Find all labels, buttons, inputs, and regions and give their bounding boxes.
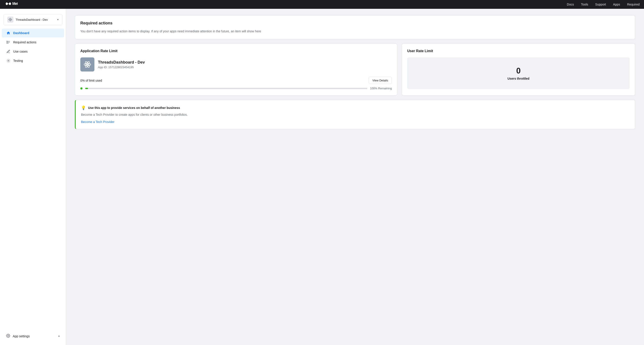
app-selector-chevron-icon: ▾ [57, 18, 58, 21]
page-layout: ThreadsDashboard - Dev ▾ Dashboard [0, 9, 644, 345]
home-icon [6, 31, 10, 35]
sidebar-item-testing-label: Testing [13, 59, 23, 62]
app-info-row: ThreadsDashboard - Dev App ID: 157122802… [80, 58, 392, 72]
nav-required[interactable]: Required [627, 3, 640, 6]
sidebar-item-dashboard[interactable]: Dashboard [2, 28, 64, 38]
required-actions-card: Required actions You don't have any requ… [75, 16, 635, 39]
gear-icon [6, 334, 10, 338]
required-actions-title: Required actions [80, 21, 630, 26]
nav-support[interactable]: Support [595, 3, 606, 6]
sidebar-bottom: App settings ▾ [0, 332, 66, 340]
top-navigation: Meta Docs Tools Support Apps Required [0, 0, 644, 9]
required-actions-body: You don't have any required action items… [80, 29, 630, 34]
become-tech-provider-link[interactable]: Become a Tech Provider [81, 120, 114, 124]
sidebar-item-app-settings-label: App settings [13, 334, 30, 338]
sidebar-item-required-actions-label: Required actions [13, 40, 36, 44]
sidebar-item-use-cases[interactable]: Use cases [2, 47, 64, 56]
nav-apps[interactable]: Apps [613, 3, 620, 6]
progress-bar [85, 88, 367, 89]
progress-dot [80, 87, 82, 90]
svg-point-9 [8, 335, 9, 336]
sidebar-item-use-cases-label: Use cases [13, 50, 28, 53]
app-selector[interactable]: ThreadsDashboard - Dev ▾ [4, 14, 62, 25]
svg-point-10 [86, 64, 88, 65]
svg-point-1 [10, 19, 11, 20]
tech-provider-card: 💡 Use this app to provide services on be… [75, 100, 635, 129]
app-selector-name: ThreadsDashboard - Dev [16, 18, 55, 21]
top-nav-links: Docs Tools Support Apps Required [567, 3, 640, 6]
user-rate-limit-card: User Rate Limit 0 Users throttled [402, 44, 635, 96]
svg-point-8 [8, 60, 9, 62]
sidebar-item-required-actions[interactable]: Required actions [2, 38, 64, 47]
progress-bar-fill [85, 88, 88, 89]
tech-provider-description: Become a Tech Provider to create apps fo… [81, 112, 630, 117]
throttled-count: 0 [516, 66, 521, 76]
sidebar-item-testing[interactable]: Testing [2, 56, 64, 65]
app-id: App ID: 1571228023454195 [98, 66, 145, 69]
app-selector-icon [7, 16, 14, 23]
bulb-icon: 💡 [81, 106, 86, 110]
app-settings-chevron-icon: ▾ [58, 335, 60, 338]
app-name: ThreadsDashboard - Dev [98, 60, 145, 65]
svg-text:Meta: Meta [12, 2, 18, 6]
throttled-box: 0 Users throttled [407, 58, 630, 89]
user-rate-limit-title: User Rate Limit [407, 49, 630, 53]
view-details-button[interactable]: View Details [369, 77, 392, 84]
meta-logo: Meta [4, 1, 18, 8]
app-rate-limit-title: Application Rate Limit [80, 49, 392, 53]
tech-provider-header: 💡 Use this app to provide services on be… [81, 106, 630, 110]
sidebar-item-dashboard-label: Dashboard [13, 31, 29, 35]
progress-remaining: 100% Remaining [370, 87, 392, 90]
rate-limit-row: Application Rate Limit ThreadsDashboard … [75, 44, 635, 96]
sidebar: ThreadsDashboard - Dev ▾ Dashboard [0, 9, 66, 345]
tech-provider-title: Use this app to provide services on beha… [88, 106, 180, 110]
pencil-icon [6, 49, 10, 54]
testing-icon [6, 58, 10, 63]
main-content: Required actions You don't have any requ… [66, 9, 644, 345]
sidebar-item-app-settings[interactable]: App settings ▾ [2, 332, 64, 340]
progress-row: 100% Remaining [80, 87, 392, 90]
list-icon [6, 40, 10, 44]
throttled-label: Users throttled [508, 77, 530, 80]
nav-tools[interactable]: Tools [581, 3, 588, 6]
sidebar-nav: Dashboard Required actions [0, 28, 66, 65]
limit-info-row: 0% of limit used View Details [80, 77, 392, 84]
app-icon [80, 58, 94, 72]
nav-docs[interactable]: Docs [567, 3, 574, 6]
app-info-text: ThreadsDashboard - Dev App ID: 157122802… [98, 60, 145, 69]
limit-percent: 0% of limit used [80, 79, 102, 82]
app-rate-limit-card: Application Rate Limit ThreadsDashboard … [75, 44, 397, 96]
